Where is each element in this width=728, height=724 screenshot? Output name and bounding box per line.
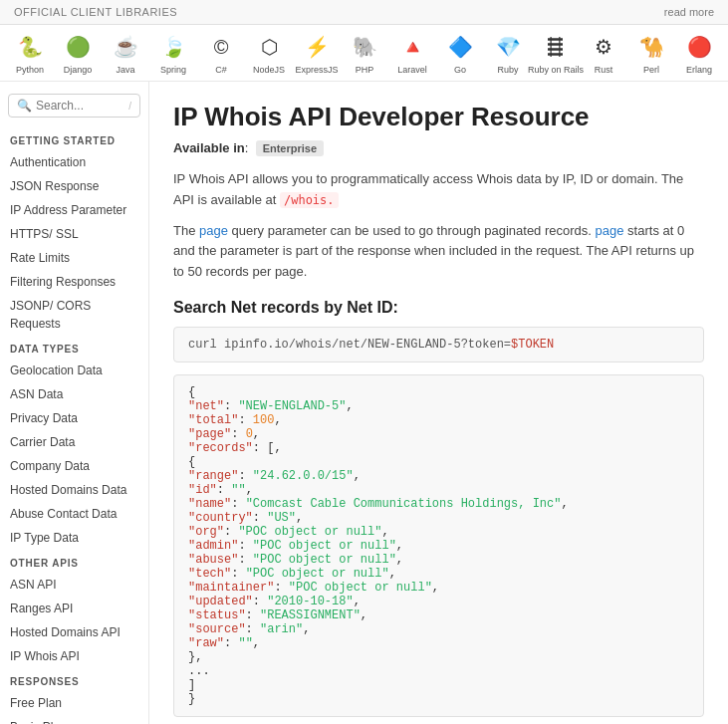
lib-nodejs[interactable]: ⬡NodeJS [249, 31, 289, 75]
sidebar-item-ip-whois-api[interactable]: IP Whois API [0, 644, 148, 668]
json-line: "raw": "", [188, 636, 689, 650]
lib-ruby-on-rails[interactable]: 🛤Ruby on Rails [536, 31, 576, 75]
lib-label-0: Python [16, 65, 44, 75]
page-param-2: page [596, 223, 624, 238]
lib-perl[interactable]: 🐪Perl [631, 31, 671, 75]
json-line: ... [188, 664, 689, 678]
json-line: "net": "NEW-ENGLAND-5", [188, 399, 689, 413]
search-input[interactable] [36, 99, 124, 113]
lib-icon-11: 🛤 [540, 31, 572, 63]
lib-go[interactable]: 🔷Go [440, 31, 480, 75]
json-line: ] [188, 678, 689, 692]
sidebar-item-https-ssl[interactable]: HTTPS/ SSL [0, 222, 148, 246]
sidebar-section-responses: RESPONSES [0, 668, 148, 691]
lib-label-3: Spring [160, 65, 186, 75]
sidebar-item-asn-api[interactable]: ASN API [0, 573, 148, 597]
json-line: "source": "arin", [188, 622, 689, 636]
json-line: { [188, 455, 689, 469]
sidebar-item-jsonp-cors-requests[interactable]: JSONP/ CORS Requests [0, 294, 148, 336]
lib-java[interactable]: ☕Java [106, 31, 145, 75]
json-line: "tech": "POC object or null", [188, 567, 689, 581]
top-bar: OFFICIAL CLIENT LIBRARIES read more [0, 0, 728, 25]
read-more-link[interactable]: read more [664, 6, 714, 18]
sidebar-item-ip-address-parameter[interactable]: IP Address Parameter [0, 198, 148, 222]
lib-erlang[interactable]: 🔴Erlang [679, 31, 719, 75]
sidebar-item-carrier-data[interactable]: Carrier Data [0, 430, 148, 454]
lib-rust[interactable]: ⚙Rust [584, 31, 623, 75]
lib-label-7: PHP [356, 65, 374, 75]
libraries-bar: 🐍Python🟢Django☕Java🍃Spring©C#⬡NodeJS⚡Exp… [0, 25, 728, 82]
json-line: "id": "", [188, 483, 689, 497]
sidebar-item-filtering-responses[interactable]: Filtering Responses [0, 270, 148, 294]
json-line: "page": 0, [188, 427, 689, 441]
sidebar-item-json-response[interactable]: JSON Response [0, 174, 148, 198]
lib-icon-1: 🟢 [62, 31, 94, 63]
json-line: "abuse": "POC object or null", [188, 553, 689, 567]
sidebar-item-ip-type-data[interactable]: IP Type Data [0, 526, 148, 550]
json-line: { [188, 385, 689, 399]
lib-icon-9: 🔷 [444, 31, 476, 63]
lib-python[interactable]: 🐍Python [10, 31, 50, 75]
curl-prefix: curl ipinfo.io/whois/net/NEW-ENGLAND-5?t… [188, 338, 511, 352]
sidebar-item-ranges-api[interactable]: Ranges API [0, 597, 148, 620]
json-line: "total": 100, [188, 413, 689, 427]
curl-token: $TOKEN [511, 338, 554, 352]
lib-label-11: Ruby on Rails [528, 65, 584, 75]
lib-icon-14: 🔴 [683, 31, 715, 63]
json-line: "name": "Comcast Cable Communications Ho… [188, 497, 689, 511]
lib-icon-12: ⚙ [588, 31, 619, 63]
lib-expressjs[interactable]: ⚡ExpressJS [297, 31, 337, 75]
search-shortcut: / [128, 101, 131, 112]
lib-c#[interactable]: ©C# [201, 31, 241, 75]
lib-icon-13: 🐪 [635, 31, 667, 63]
lib-django[interactable]: 🟢Django [58, 31, 98, 75]
available-in: Available in: Enterprise [173, 140, 704, 155]
main-layout: 🔍 / GETTING STARTEDAuthenticationJSON Re… [0, 82, 728, 724]
sidebar-item-hosted-domains-api[interactable]: Hosted Domains API [0, 620, 148, 644]
json-line: "updated": "2010-10-18", [188, 595, 689, 608]
lib-label-12: Rust [595, 65, 613, 75]
sidebar-section-other-apis: OTHER APIS [0, 550, 148, 573]
sidebar-item-hosted-domains-data[interactable]: Hosted Domains Data [0, 478, 148, 502]
enterprise-badge: Enterprise [256, 140, 324, 156]
json-line: "records": [, [188, 441, 689, 455]
json-line: "admin": "POC object or null", [188, 539, 689, 553]
lib-icon-3: 🍃 [157, 31, 189, 63]
lib-label-6: ExpressJS [296, 65, 339, 75]
json-line: } [188, 692, 689, 706]
sidebar-item-geolocation-data[interactable]: Geolocation Data [0, 359, 148, 382]
lib-label-9: Go [454, 65, 466, 75]
available-in-label: Available in [173, 140, 245, 155]
lib-laravel[interactable]: 🔺Laravel [392, 31, 432, 75]
json-line: "maintainer": "POC object or null", [188, 581, 689, 595]
lib-spring[interactable]: 🍃Spring [153, 31, 193, 75]
lib-ruby[interactable]: 💎Ruby [488, 31, 528, 75]
lib-php[interactable]: 🐘PHP [345, 31, 384, 75]
sidebar-item-company-data[interactable]: Company Data [0, 454, 148, 478]
sidebar-item-asn-data[interactable]: ASN Data [0, 382, 148, 406]
json-line: "status": "REASSIGNMENT", [188, 608, 689, 622]
top-bar-label: OFFICIAL CLIENT LIBRARIES [14, 6, 177, 18]
lib-icon-2: ☕ [110, 31, 141, 63]
sidebar-item-abuse-contact-data[interactable]: Abuse Contact Data [0, 502, 148, 526]
json-line: "org": "POC object or null", [188, 525, 689, 539]
lib-icon-4: © [205, 31, 237, 63]
sidebar-item-privacy-data[interactable]: Privacy Data [0, 406, 148, 430]
sidebar-item-authentication[interactable]: Authentication [0, 150, 148, 174]
sidebar-item-free-plan[interactable]: Free Plan [0, 691, 148, 715]
endpoint-inline: /whois. [280, 192, 339, 208]
lib-label-2: Java [116, 65, 134, 75]
lib-label-5: NodeJS [253, 65, 285, 75]
json-response-block: { "net": "NEW-ENGLAND-5", "total": 100, … [173, 374, 704, 717]
sidebar-item-basic-plan[interactable]: Basic Plan [0, 715, 148, 724]
lib-icon-5: ⬡ [253, 31, 285, 63]
lib-icon-6: ⚡ [301, 31, 333, 63]
sidebar-item-rate-limits[interactable]: Rate Limits [0, 246, 148, 270]
sidebar: 🔍 / GETTING STARTEDAuthenticationJSON Re… [0, 82, 149, 724]
section1-heading: Search Net records by Net ID: [173, 299, 704, 317]
lib-label-13: Perl [643, 65, 659, 75]
search-box[interactable]: 🔍 / [8, 94, 140, 118]
lib-label-8: Laravel [397, 65, 427, 75]
content-area: IP Whois API Developer Resource Availabl… [149, 82, 728, 724]
json-line: }, [188, 650, 689, 664]
